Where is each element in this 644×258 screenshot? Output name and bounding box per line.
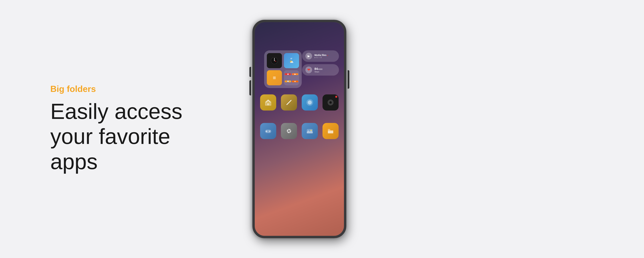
widget-steps-label: Steps — [314, 71, 322, 73]
phone-shell: 6° ⛅ ≡ ⏺ ▶ 💬 Mi — [252, 20, 346, 238]
widget-media-sub: ●5 ●0 — [314, 56, 328, 58]
mini-app-record: ⏺ — [284, 73, 291, 75]
svg-point-3 — [274, 60, 275, 61]
app-row-2 — [260, 123, 338, 139]
gamepad-svg — [264, 127, 272, 135]
widget-media-text: Media files ● ●5 ●0 — [314, 54, 328, 58]
camera-red-dot — [335, 96, 337, 98]
app-icon-photos[interactable] — [302, 123, 318, 139]
camera-svg — [326, 98, 335, 107]
headline-line1: Easily access — [50, 99, 182, 124]
widget-media-title: Media files ● — [314, 54, 328, 56]
svg-point-15 — [288, 130, 290, 132]
svg-point-14 — [269, 131, 270, 132]
folder-app-clock[interactable] — [267, 53, 282, 68]
tag-label: Big folders — [50, 84, 184, 94]
app-icon-camera[interactable] — [322, 94, 338, 110]
app-icon-files[interactable] — [322, 123, 338, 139]
svg-point-13 — [270, 131, 270, 131]
phone-side-button-volume-down — [250, 80, 251, 95]
widget-media-icon: ▶ — [306, 53, 312, 59]
folder-app-notes[interactable]: ≡ — [267, 70, 282, 85]
folder-app-multi[interactable]: ⏺ ▶ 💬 Mi — [284, 70, 299, 85]
photos-svg — [306, 127, 314, 135]
phone-side-button-volume-up — [250, 67, 251, 77]
left-content: Big folders Easily access your favorite … — [0, 84, 184, 174]
pages-svg — [285, 98, 293, 107]
svg-line-4 — [287, 100, 291, 105]
phone-side-button-power — [348, 70, 349, 89]
widget-heart-icon: ❤ — [306, 67, 312, 73]
widget-steps[interactable]: ❤ 84/8000 Steps — [302, 64, 339, 76]
app-icon-new-home[interactable]: New Home — [260, 94, 276, 110]
big-folder[interactable]: 6° ⛅ ≡ ⏺ ▶ 💬 Mi — [264, 50, 302, 88]
svg-point-9 — [330, 102, 332, 103]
widget-steps-text: 84/8000 Steps — [314, 67, 322, 73]
mini-app-play: ▶ — [292, 73, 298, 75]
phone-wrapper: 6° ⛅ ≡ ⏺ ▶ 💬 Mi — [252, 20, 346, 238]
files-svg — [326, 127, 335, 135]
messages-svg — [306, 98, 314, 107]
svg-point-6 — [308, 100, 312, 104]
app-row-1: New Home — [260, 94, 338, 110]
app-icon-gamepad[interactable] — [260, 123, 276, 139]
widget-area: ▶ Media files ● ●5 ●0 — [302, 50, 339, 76]
clock-svg — [270, 56, 278, 65]
svg-rect-18 — [328, 131, 333, 133]
headline-line2: your favorite — [50, 124, 170, 149]
mini-app-mi: Mi — [292, 81, 298, 82]
svg-point-17 — [310, 130, 312, 131]
widget-media-files[interactable]: ▶ Media files ● ●5 ●0 — [302, 50, 339, 62]
headline: Easily access your favorite apps — [50, 99, 184, 174]
app-icon-messages[interactable] — [302, 94, 318, 110]
settings-svg — [284, 127, 293, 135]
app-icon-settings[interactable] — [281, 123, 297, 139]
phone-section: 6° ⛅ ≡ ⏺ ▶ 💬 Mi — [184, 20, 414, 238]
headline-line3: apps — [50, 149, 98, 174]
widget-steps-value: 84/8000 — [314, 67, 322, 71]
phone-screen: 6° ⛅ ≡ ⏺ ▶ 💬 Mi — [255, 22, 344, 236]
app-icon-pages[interactable] — [281, 94, 297, 110]
mini-app-chat: 💬 — [284, 80, 291, 82]
folder-app-weather[interactable]: 6° ⛅ — [284, 53, 299, 68]
new-home-svg — [264, 98, 273, 107]
